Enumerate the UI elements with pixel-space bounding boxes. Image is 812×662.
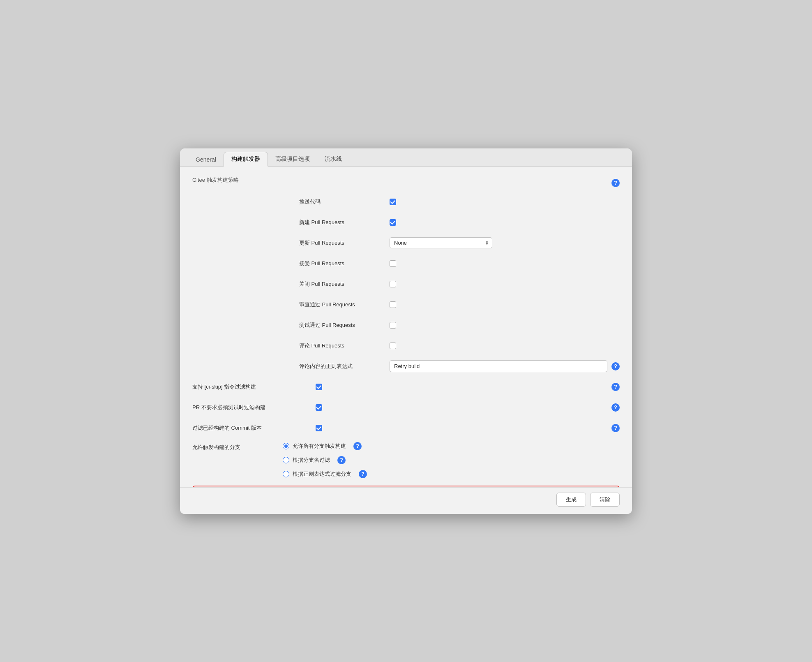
new-pr-row: 新建 Pull Requests <box>299 216 620 229</box>
tab-pipeline[interactable]: 流水线 <box>317 152 349 166</box>
accept-pr-row: 接受 Pull Requests <box>299 257 620 270</box>
comment-regex-row: 评论内容的正则表达式 ? <box>299 360 620 373</box>
push-code-label: 推送代码 <box>299 198 390 206</box>
branch-all-radio[interactable] <box>283 443 289 449</box>
filter-commit-row: 过滤已经构建的 Commit 版本 ? <box>192 421 620 435</box>
close-pr-control <box>390 281 620 287</box>
ci-skip-checkbox[interactable] <box>316 384 322 390</box>
review-pr-checkbox[interactable] <box>390 301 396 308</box>
gitee-strategy-row: Gitee 触发构建策略 ? <box>192 175 620 190</box>
pr-no-test-control <box>316 404 607 411</box>
clear-button[interactable]: 清除 <box>590 493 620 507</box>
review-pr-row: 审查通过 Pull Requests <box>299 298 620 311</box>
update-pr-select-wrapper: None Opened Synchronized Reopened <box>390 237 492 248</box>
comment-regex-help-icon[interactable]: ? <box>611 362 620 370</box>
comment-pr-checkbox[interactable] <box>390 343 396 349</box>
pr-no-test-checkbox[interactable] <box>316 404 322 411</box>
branch-filter-regex-label: 根据正则表达式过滤分支 <box>293 470 351 478</box>
comment-regex-input[interactable] <box>390 360 607 372</box>
update-pr-label: 更新 Pull Requests <box>299 239 390 247</box>
test-pr-label: 测试通过 Pull Requests <box>299 322 390 329</box>
close-pr-checkbox[interactable] <box>390 281 396 287</box>
test-pr-checkbox[interactable] <box>390 322 396 329</box>
branch-filter-name-option: 根据分支名过滤 ? <box>283 456 367 464</box>
branch-filter-name-radio[interactable] <box>283 457 289 463</box>
settings-window: General 构建触发器 高级项目选项 流水线 Gitee 触发构建策略 ? … <box>180 148 632 514</box>
gitee-strategy-label: Gitee 触发构建策略 <box>192 176 239 184</box>
ci-skip-help-icon[interactable]: ? <box>611 383 620 391</box>
close-pr-row: 关闭 Pull Requests <box>299 278 620 291</box>
review-pr-label: 审查通过 Pull Requests <box>299 301 390 308</box>
branch-all-label: 允许所有分支触发构建 <box>293 442 346 450</box>
accept-pr-checkbox[interactable] <box>390 260 396 267</box>
update-pr-control: None Opened Synchronized Reopened <box>390 237 620 248</box>
new-pr-control <box>390 219 620 226</box>
comment-pr-row: 评论 Pull Requests <box>299 339 620 352</box>
update-pr-select[interactable]: None Opened Synchronized Reopened <box>390 237 492 248</box>
push-code-checkbox[interactable] <box>390 199 396 205</box>
close-pr-label: 关闭 Pull Requests <box>299 280 390 288</box>
test-pr-row: 测试通过 Pull Requests <box>299 319 620 332</box>
filter-commit-label: 过滤已经构建的 Commit 版本 <box>192 424 316 432</box>
comment-regex-label: 评论内容的正则表达式 <box>299 363 390 370</box>
accept-pr-control <box>390 260 620 267</box>
branch-all-help-icon[interactable]: ? <box>353 442 362 450</box>
filter-commit-control <box>316 425 607 431</box>
tab-build-trigger[interactable]: 构建触发器 <box>224 152 268 167</box>
ci-skip-row: 支持 [ci-skip] 指令过滤构建 ? <box>192 380 620 393</box>
tab-advanced[interactable]: 高级项目选项 <box>268 152 317 166</box>
comment-pr-control <box>390 343 620 349</box>
branch-filter-regex-radio[interactable] <box>283 471 289 477</box>
gitee-strategy-help-icon[interactable]: ? <box>611 179 620 187</box>
tab-general[interactable]: General <box>188 153 224 166</box>
allow-branch-label: 允许触发构建的分支 <box>192 442 283 451</box>
scroll-area: Gitee 触发构建策略 ? 推送代码 新建 Pull Requests <box>180 167 632 487</box>
branch-filter-name-label: 根据分支名过滤 <box>293 456 330 464</box>
pr-no-test-row: PR 不要求必须测试时过滤构建 ? <box>192 401 620 414</box>
pr-no-test-label: PR 不要求必须测试时过滤构建 <box>192 404 316 411</box>
generate-button[interactable]: 生成 <box>556 493 586 507</box>
branch-filter-regex-option: 根据正则表达式过滤分支 ? <box>283 470 367 478</box>
ci-skip-control <box>316 384 607 390</box>
filter-commit-checkbox[interactable] <box>316 425 322 431</box>
new-pr-checkbox[interactable] <box>390 219 396 226</box>
branch-filter-name-help-icon[interactable]: ? <box>337 456 346 464</box>
content-area: Gitee 触发构建策略 ? 推送代码 新建 Pull Requests <box>180 167 632 514</box>
review-pr-control <box>390 301 620 308</box>
test-pr-control <box>390 322 620 329</box>
branch-options-container: 允许所有分支触发构建 ? 根据分支名过滤 ? 根据正则表达式过滤分支 ? <box>283 442 367 478</box>
branch-filter-regex-help-icon[interactable]: ? <box>359 470 367 478</box>
ci-skip-label: 支持 [ci-skip] 指令过滤构建 <box>192 383 316 391</box>
pr-no-test-help-icon[interactable]: ? <box>611 403 620 412</box>
allow-branch-row: 允许触发构建的分支 允许所有分支触发构建 ? 根据分支名过滤 ? <box>192 442 620 478</box>
footer-buttons: 生成 清除 <box>180 487 632 514</box>
tab-bar: General 构建触发器 高级项目选项 流水线 <box>180 148 632 167</box>
branch-all-option: 允许所有分支触发构建 ? <box>283 442 367 450</box>
update-pr-row: 更新 Pull Requests None Opened Synchronize… <box>299 236 620 250</box>
comment-pr-label: 评论 Pull Requests <box>299 342 390 350</box>
filter-commit-help-icon[interactable]: ? <box>611 424 620 432</box>
comment-regex-control: ? <box>390 360 620 372</box>
new-pr-label: 新建 Pull Requests <box>299 219 390 226</box>
push-code-row: 推送代码 <box>299 195 620 208</box>
push-code-control <box>390 199 620 205</box>
accept-pr-label: 接受 Pull Requests <box>299 260 390 267</box>
